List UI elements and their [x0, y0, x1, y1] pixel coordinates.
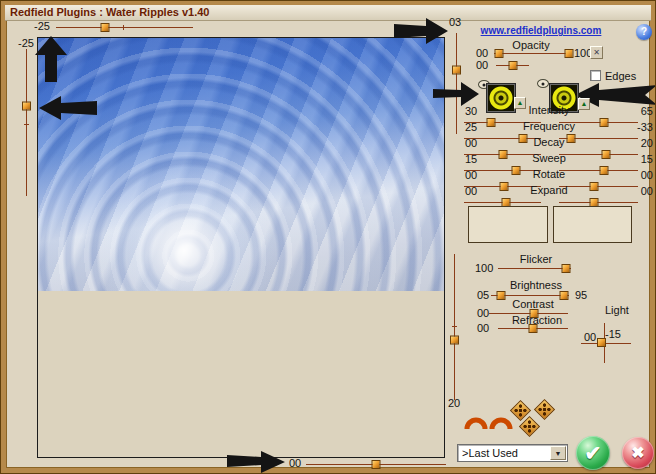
preview-frame	[37, 37, 445, 458]
row-right-value: -33	[627, 122, 653, 133]
expand-left-slider[interactable]	[464, 202, 541, 203]
light-h-value: 00	[584, 332, 596, 343]
expand-right-slider[interactable]	[559, 202, 638, 203]
edges-checkbox[interactable]	[590, 70, 601, 81]
bottom-slider-thumb[interactable]	[372, 460, 381, 469]
plugin-window: Redfield Plugins : Water Ripples v1.40 -…	[0, 0, 656, 474]
eye-pupil-icon	[542, 82, 545, 85]
row-label: Frequency	[499, 121, 599, 132]
top-slider-tick	[123, 25, 124, 30]
row-label: Expand	[499, 185, 599, 196]
help-button[interactable]: ?	[636, 24, 652, 40]
annotation-arrow-right-bottom-icon	[227, 451, 285, 473]
ok-button[interactable]: ✔	[576, 436, 610, 470]
right-bottom-slider-tick	[452, 326, 457, 327]
row-right-value: 20	[627, 138, 653, 149]
row-label: Intensity	[499, 105, 599, 116]
left-slider[interactable]	[26, 49, 27, 196]
opacity-min-value: 00	[476, 48, 488, 59]
opacity-slider[interactable]	[494, 53, 571, 54]
left-slider-tick	[24, 124, 29, 125]
right-top-slider-thumb[interactable]	[452, 66, 461, 75]
light-label: Light	[605, 305, 629, 316]
row-left-value: 00	[465, 170, 477, 181]
check-icon: ✔	[585, 442, 602, 464]
eye-pupil-icon	[483, 83, 486, 86]
light-thumb[interactable]	[597, 338, 606, 347]
flicker-label: Flicker	[506, 254, 566, 265]
row-left-value: 30	[465, 106, 477, 117]
right-bottom-slider[interactable]	[454, 254, 455, 400]
brightness-slider[interactable]	[491, 295, 569, 296]
refraction-value: 00	[477, 323, 489, 334]
right-bottom-slider-thumb[interactable]	[450, 336, 459, 345]
opacity-slider-left-thumb[interactable]	[494, 49, 503, 58]
preset-dropdown-value: >Last Used	[462, 447, 518, 459]
row-left-value: 00	[465, 138, 477, 149]
row-label: Decay	[499, 137, 599, 148]
title-bar: Redfield Plugins : Water Ripples v1.40	[5, 5, 651, 21]
preset-dropdown[interactable]: >Last Used ▼	[457, 444, 568, 462]
website-link[interactable]: www.redfieldplugins.com	[456, 25, 626, 36]
brightness-max-value: 95	[575, 290, 587, 301]
contrast-value: 00	[477, 308, 489, 319]
chevron-down-icon[interactable]: ▼	[550, 446, 566, 460]
slider-thumb[interactable]	[600, 166, 609, 175]
eye-icon[interactable]	[537, 79, 549, 88]
row-label: Sweep	[499, 153, 599, 164]
flicker-value: 100	[475, 263, 493, 274]
top-slider-value: -25	[34, 21, 50, 32]
opacity-secondary-value: 00	[476, 60, 488, 71]
bottom-slider[interactable]	[306, 464, 446, 465]
x-mark-icon: ✕	[593, 48, 600, 57]
flicker-slider[interactable]	[498, 268, 571, 269]
wave-display-box-left	[468, 206, 548, 243]
opacity-secondary-thumb[interactable]	[509, 61, 518, 70]
refraction-slider[interactable]	[498, 328, 568, 329]
cancel-button[interactable]: ✖	[622, 437, 654, 469]
brightness-min-value: 05	[477, 290, 489, 301]
right-bottom-slider-value: 20	[448, 398, 460, 409]
refraction-thumb[interactable]	[529, 324, 538, 333]
flicker-thumb[interactable]	[561, 264, 570, 273]
annotation-arrow-up-icon	[34, 36, 68, 82]
opacity-secondary-slider[interactable]	[496, 65, 529, 66]
left-slider-value: -25	[18, 38, 34, 49]
light-v-value: -15	[605, 329, 621, 340]
slider-thumb[interactable]	[602, 150, 611, 159]
left-slider-thumb[interactable]	[22, 102, 31, 111]
annotation-arrow-left-mid-icon	[39, 96, 97, 120]
water-ripples-preview[interactable]	[38, 38, 444, 291]
top-slider-thumb[interactable]	[101, 23, 110, 32]
light-h-slider[interactable]	[581, 343, 631, 344]
opacity-slider-right-thumb[interactable]	[564, 49, 573, 58]
redo-arc-icon[interactable]	[489, 413, 513, 433]
slider-thumb[interactable]	[600, 118, 609, 127]
bottom-slider-value: 00	[289, 458, 301, 469]
opacity-option-button[interactable]: ✕	[590, 46, 603, 59]
question-icon: ?	[641, 26, 647, 37]
slider-thumb[interactable]	[486, 118, 495, 127]
randomize-dice-button-2[interactable]	[534, 399, 555, 420]
undo-arc-icon[interactable]	[464, 413, 488, 433]
annotation-arrow-right-top-icon	[394, 18, 448, 44]
annotation-arrow-texture1-icon	[433, 82, 479, 106]
row-right-value: 00	[627, 186, 653, 197]
row-right-value: 15	[627, 154, 653, 165]
window-title: Redfield Plugins : Water Ripples v1.40	[10, 6, 209, 18]
row-right-value: 00	[627, 170, 653, 181]
row-left-value: 25	[465, 122, 477, 133]
edges-label: Edges	[605, 71, 636, 82]
close-icon: ✖	[631, 444, 644, 461]
row-left-value: 00	[465, 186, 477, 197]
brightness-label: Brightness	[501, 280, 571, 291]
row-right-value: 65	[627, 106, 653, 117]
wave-display-box-right	[553, 206, 632, 243]
row-left-value: 15	[465, 154, 477, 165]
top-slider[interactable]	[56, 27, 193, 28]
row-label: Rotate	[499, 169, 599, 180]
